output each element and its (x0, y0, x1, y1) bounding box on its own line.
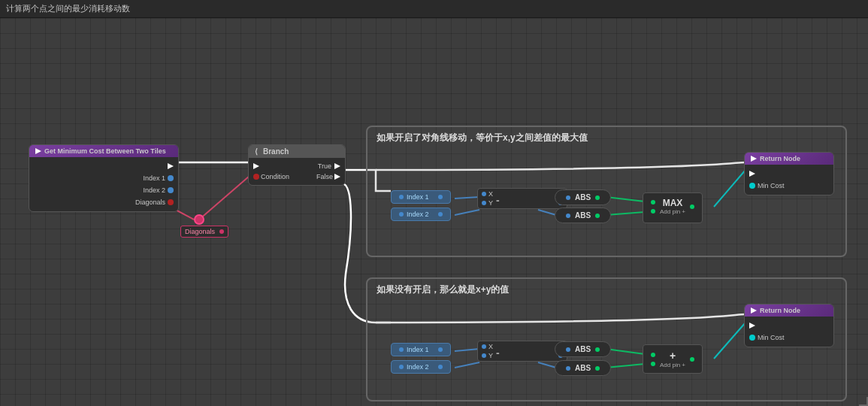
index1-g1-out-dot (438, 195, 443, 199)
return1-exec-icon (751, 156, 757, 162)
branch-true-label: True (318, 162, 331, 170)
max-out-g1 (690, 205, 694, 209)
branch-title: Branch (263, 147, 289, 156)
exec-icon (35, 148, 41, 154)
subtract-x-in-g2 (482, 344, 486, 349)
abs-bot-out-g2 (595, 366, 600, 371)
diagonals-reroute[interactable] (194, 214, 204, 225)
add-node-g2[interactable]: + Add pin + (643, 344, 703, 374)
max-label-g1: MAX Add pin + (658, 198, 687, 215)
branch-condition-row: Condition False (249, 171, 345, 182)
max-node-g1[interactable]: MAX Add pin + (643, 192, 703, 223)
return2-mincost-label: Min Cost (758, 334, 785, 341)
add-label-g2: + Add pin + (658, 350, 687, 368)
add-in2-g2 (651, 362, 655, 366)
abs-top-label-g1: ABS (575, 193, 591, 201)
index2-g2-label: Index 2 (407, 363, 429, 371)
max-in2-g1 (651, 209, 655, 214)
index2-node-g2[interactable]: Index 2 (391, 360, 451, 374)
get-min-cost-header: Get Minimum Cost Between Two Tiles (29, 145, 178, 157)
index2-g2-in-dot (399, 365, 404, 369)
return-node-1[interactable]: Return Node Min Cost (744, 152, 834, 195)
diagonals-reroute-dot (219, 229, 224, 234)
add-in-pins-g2: + Add pin + (651, 350, 694, 368)
add-in-col-g2 (651, 353, 655, 366)
get-min-cost-body: Index 1 Index 2 Diagonals (29, 157, 178, 211)
abs-bot-g2[interactable]: ABS (555, 360, 611, 376)
branch-body: True Condition False (249, 158, 345, 185)
abs-bot-out-g1 (595, 214, 600, 218)
index1-node-g2[interactable]: Index 1 (391, 343, 451, 356)
exec-out-pin (29, 160, 178, 172)
index2-node-g1[interactable]: Index 2 (391, 208, 451, 221)
abs-top-in-g2 (566, 347, 570, 352)
subtract-y-in-g2 (482, 353, 486, 358)
max-in-col-g1 (651, 200, 655, 214)
branch-condition-dot (253, 174, 259, 180)
subtract-node-g1[interactable]: X Y (477, 188, 567, 209)
abs-bot-g1[interactable]: ABS (555, 208, 611, 223)
abs-top-out-g2 (595, 347, 600, 352)
group-no-diagonal-label: 如果没有开启，那么就是x+y的值 (377, 283, 509, 296)
subtract-x-pin-g2: X (482, 343, 563, 350)
subtract-y-pin-g2: Y (482, 352, 563, 359)
branch-icon: ⟨ (255, 147, 258, 156)
abs-top-g2[interactable]: ABS (555, 341, 611, 357)
canvas: 如果开启了对角线移动，等价于x,y之间差值的最大值 如果没有开启，那么就是x+y… (0, 18, 868, 406)
abs-bot-label-g2: ABS (575, 364, 591, 372)
top-bar: 计算两个点之间的最少消耗移动数 (0, 0, 868, 18)
index1-node-g1[interactable]: Index 1 (391, 190, 451, 204)
abs-top-g1[interactable]: ABS (555, 189, 611, 205)
branch-node[interactable]: ⟨ Branch True Condition False (248, 144, 346, 186)
return2-mincost-dot (749, 335, 755, 341)
subtract-y-pin-g1: Y (482, 199, 563, 207)
subtract-symbol-g1: - (496, 194, 500, 206)
get-min-cost-node[interactable]: Get Minimum Cost Between Two Tiles Index… (29, 144, 179, 212)
index1-g2-out-dot (438, 347, 443, 352)
return1-body: Min Cost (745, 165, 833, 195)
abs-bot-label-g1: ABS (575, 211, 591, 220)
return1-mincost-label: Min Cost (758, 182, 785, 189)
top-bar-title: 计算两个点之间的最少消耗移动数 (6, 3, 130, 14)
branch-false-exec (334, 174, 340, 180)
return1-header: Return Node (745, 153, 833, 165)
return2-title: Return Node (760, 307, 800, 314)
diagonals-reroute-label: Diagonals (180, 226, 228, 238)
index2-g2-out-dot (438, 365, 443, 369)
subtract-y-in-g1 (482, 201, 486, 205)
abs-top-out-g1 (595, 195, 600, 200)
max-in-pins-g1: MAX Add pin + (651, 198, 694, 215)
return1-mincost-dot (749, 183, 755, 189)
subtract-x-in-g1 (482, 192, 486, 196)
return-node-2[interactable]: Return Node Min Cost (744, 304, 834, 347)
diagonals-label: Diagonals (135, 198, 165, 206)
index2-label: Index 2 (143, 186, 165, 194)
subtract-symbol-g2: - (496, 347, 500, 359)
branch-condition-label: Condition (261, 173, 315, 180)
return2-exec-pin (745, 320, 833, 332)
exec-out-icon (168, 163, 174, 169)
diagonals-dot (168, 199, 174, 205)
branch-header: ⟨ Branch (249, 145, 345, 158)
return1-exec-pin (745, 168, 833, 180)
return2-exec (749, 323, 755, 329)
resize-handle (859, 397, 868, 406)
branch-exec-icon (253, 163, 259, 169)
index1-label: Index 1 (143, 174, 165, 182)
return1-title: Return Node (760, 155, 800, 162)
index2-g1-label: Index 2 (407, 211, 429, 218)
add-in1-g2 (651, 353, 655, 357)
branch-exec-in: True (249, 161, 345, 171)
subtract-x-pin-g1: X (482, 190, 563, 198)
branch-true-exec (334, 163, 340, 169)
return2-exec-icon (751, 308, 757, 314)
subtract-node-g2[interactable]: X Y (477, 341, 567, 362)
index2-pin: Index 2 (29, 184, 178, 196)
return1-mincost-pin: Min Cost (745, 180, 833, 192)
index2-dot (168, 187, 174, 193)
return2-header: Return Node (745, 304, 833, 317)
group-diagonal-label: 如果开启了对角线移动，等价于x,y之间差值的最大值 (377, 132, 588, 144)
index2-g1-out-dot (438, 212, 443, 217)
subtract-body-g2: X Y (478, 341, 567, 361)
index1-g1-in-dot (399, 195, 404, 199)
